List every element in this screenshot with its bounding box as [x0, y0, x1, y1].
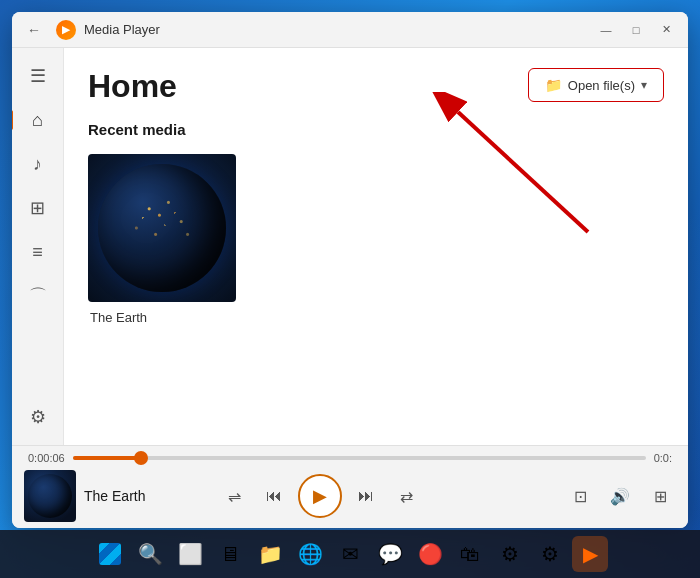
messenger-icon: 💬 [378, 542, 403, 566]
taskbar-start[interactable] [92, 536, 128, 572]
taskbar-settings[interactable]: ⚙ [532, 536, 568, 572]
progress-thumb [134, 451, 148, 465]
progress-area: 0:00:06 0:0: [12, 446, 688, 464]
sidebar-item-menu[interactable]: ☰ [18, 56, 58, 96]
taskbar-messenger[interactable]: 💬 [372, 536, 408, 572]
close-button[interactable]: ✕ [652, 16, 680, 44]
edge-icon: 🌐 [298, 542, 323, 566]
page-header: Home 📁 Open file(s) ▾ [64, 48, 688, 105]
taskbar-chrome[interactable]: 🔴 [412, 536, 448, 572]
open-files-button[interactable]: 📁 Open file(s) ▾ [528, 68, 664, 102]
shuffle-button[interactable]: ⇌ [218, 480, 250, 512]
progress-track[interactable] [73, 456, 646, 460]
sidebar-item-music[interactable]: ♪ [18, 144, 58, 184]
windows-icon [99, 543, 121, 565]
taskbar: 🔍 ⬜ 🖥 📁 🌐 ✉ 💬 🔴 🛍 ⚙ ⚙ ▶ [0, 530, 700, 578]
search-icon: 🔍 [138, 542, 163, 566]
titlebar: ← ▶ Media Player — □ ✕ [12, 12, 688, 48]
taskbar-search[interactable]: 🔍 [132, 536, 168, 572]
remote-icon: ⚙ [501, 542, 519, 566]
play-button[interactable]: ▶ [298, 474, 342, 518]
mail-icon: ✉ [342, 542, 359, 566]
folder-icon: 📁 [545, 77, 562, 93]
sidebar-item-settings[interactable]: ⚙ [18, 397, 58, 437]
sidebar-item-videos[interactable]: ⊞ [18, 188, 58, 228]
chrome-icon: 🔴 [418, 542, 443, 566]
media-thumb-title: The Earth [88, 310, 236, 325]
open-files-label: Open file(s) [568, 78, 635, 93]
window-controls: — □ ✕ [592, 16, 680, 44]
time-current: 0:00:06 [28, 452, 65, 464]
app-logo: ▶ [56, 20, 76, 40]
progress-fill [73, 456, 142, 460]
now-playing-title: The Earth [84, 488, 210, 504]
player-bar: 0:00:06 0:0: The Earth ⇌ ⏮ ▶ ⏭ ⇄ ⊡ 🔊 ⊞ [12, 445, 688, 528]
miniplayer-button[interactable]: ⊞ [644, 480, 676, 512]
sidebar: ☰ ⌂ ♪ ⊞ ≡ ⌒ ⚙ [12, 48, 64, 445]
taskbar-store[interactable]: 🛍 [452, 536, 488, 572]
store-icon: 🛍 [460, 543, 480, 566]
now-playing-thumbnail [24, 470, 76, 522]
taskbar-mediaplayer[interactable]: ▶ [572, 536, 608, 572]
files-icon: 📁 [258, 542, 283, 566]
previous-button[interactable]: ⏮ [258, 480, 290, 512]
repeat-button[interactable]: ⇄ [390, 480, 422, 512]
taskbar-explorer[interactable]: 🖥 [212, 536, 248, 572]
player-controls: The Earth ⇌ ⏮ ▶ ⏭ ⇄ ⊡ 🔊 ⊞ [12, 464, 688, 528]
page-title: Home [88, 68, 177, 105]
taskview-icon: ⬜ [178, 542, 203, 566]
recent-label: Recent media [88, 121, 664, 138]
maximize-button[interactable]: □ [622, 16, 650, 44]
recent-section: Recent media The Earth [64, 105, 688, 341]
taskbar-remote[interactable]: ⚙ [492, 536, 528, 572]
minimize-button[interactable]: — [592, 16, 620, 44]
sidebar-item-playlist[interactable]: ≡ [18, 232, 58, 272]
taskbar-files[interactable]: 📁 [252, 536, 288, 572]
media-player-window: ← ▶ Media Player — □ ✕ ☰ ⌂ ♪ ⊞ ≡ ⌒ ⚙ Hom… [12, 12, 688, 528]
earth-sphere [88, 154, 236, 302]
time-total: 0:0: [654, 452, 672, 464]
next-button[interactable]: ⏭ [350, 480, 382, 512]
sidebar-item-home[interactable]: ⌂ [18, 100, 58, 140]
taskbar-mail[interactable]: ✉ [332, 536, 368, 572]
back-button[interactable]: ← [20, 16, 48, 44]
volume-button[interactable]: 🔊 [604, 480, 636, 512]
app-title: Media Player [84, 22, 584, 37]
explorer-icon: 🖥 [220, 543, 240, 566]
main-page: Home 📁 Open file(s) ▾ Recent media The E… [64, 48, 688, 445]
settings-icon: ⚙ [541, 542, 559, 566]
mediaplayer-icon: ▶ [583, 542, 598, 566]
taskbar-edge[interactable]: 🌐 [292, 536, 328, 572]
taskbar-taskview[interactable]: ⬜ [172, 536, 208, 572]
sidebar-item-cast[interactable]: ⌒ [18, 276, 58, 316]
content-area: ☰ ⌂ ♪ ⊞ ≡ ⌒ ⚙ Home 📁 Open file(s) ▾ Rece… [12, 48, 688, 445]
subtitles-button[interactable]: ⊡ [564, 480, 596, 512]
media-thumbnail-image [88, 154, 236, 302]
media-thumb-earth[interactable]: The Earth [88, 154, 236, 325]
chevron-down-icon: ▾ [641, 78, 647, 92]
